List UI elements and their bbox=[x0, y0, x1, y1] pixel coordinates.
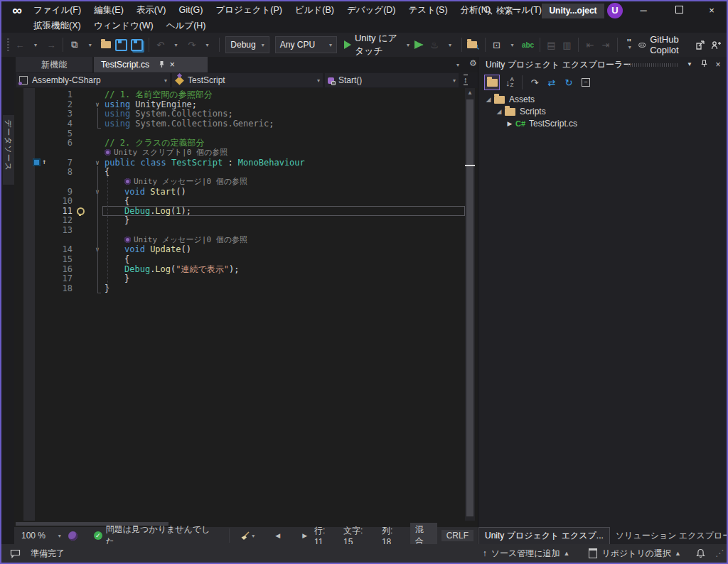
notifications-bell-icon[interactable] bbox=[696, 548, 705, 558]
navigate-back-caret-icon[interactable]: ▾ bbox=[29, 36, 42, 53]
menu-item[interactable]: 編集(E) bbox=[87, 1, 130, 18]
next-issue-icon[interactable]: ▶ bbox=[302, 532, 307, 539]
resize-grip[interactable]: ⋰ bbox=[715, 548, 724, 558]
start-without-debugging-icon[interactable] bbox=[412, 36, 425, 53]
tab-list-caret-icon[interactable]: ▾ bbox=[455, 59, 459, 69]
tab-testscript[interactable]: TestScript.cs × bbox=[94, 57, 208, 72]
attach-to-unity-button[interactable]: Unity にアタッチ ▾ bbox=[344, 36, 410, 53]
redo-caret-icon[interactable]: ▾ bbox=[201, 36, 214, 53]
hot-reload-caret-icon[interactable]: ▾ bbox=[444, 36, 456, 53]
uncomment-selection-icon[interactable]: ▥ bbox=[560, 36, 573, 53]
code-line[interactable]: 12} bbox=[14, 215, 478, 225]
expander-expanded-icon[interactable]: ◢ bbox=[484, 94, 493, 106]
code-line[interactable]: 3using System.Collections; bbox=[14, 109, 478, 119]
menu-item[interactable]: デバッグ(D) bbox=[341, 1, 402, 18]
select-repository-button[interactable]: リポジトリの選択 ▲ bbox=[589, 548, 681, 560]
navigate-forward-icon[interactable]: → bbox=[45, 36, 58, 53]
data-source-side-tab[interactable]: データソース bbox=[3, 115, 14, 185]
maximize-button[interactable] bbox=[665, 1, 692, 20]
codelens-text[interactable]: Unity メッセージ|0 個の参照 bbox=[124, 235, 247, 245]
code-area[interactable]: 1// 1. 名前空間の参照部分2∨using UnityEngine;3usi… bbox=[14, 88, 478, 521]
menu-item[interactable]: 拡張機能(X) bbox=[27, 17, 87, 34]
increase-indent-icon[interactable]: ⇥ bbox=[599, 36, 612, 53]
zoom-dropdown[interactable]: 100 % ▾ bbox=[21, 531, 61, 541]
panel-title-bar[interactable]: Unity プロジェクト エクスプローラー ▼ × bbox=[478, 57, 727, 72]
panel-menu-caret-icon[interactable]: ▼ bbox=[683, 57, 696, 72]
refresh-icon[interactable]: ↻ bbox=[562, 75, 576, 90]
code-cleanup-button[interactable]: ▾ bbox=[240, 531, 255, 541]
project-dropdown[interactable]: Assembly-CSharp ▾ bbox=[16, 73, 170, 87]
show-folders-icon[interactable] bbox=[484, 75, 500, 90]
hot-reload-icon[interactable]: ♨ bbox=[428, 36, 441, 53]
save-all-icon[interactable] bbox=[131, 36, 144, 53]
line-ending-indicator[interactable]: CRLF bbox=[441, 530, 473, 541]
open-folder-icon[interactable] bbox=[100, 36, 112, 53]
intellicode-icon[interactable] bbox=[68, 531, 77, 541]
code-line[interactable]: 15{ bbox=[14, 254, 478, 264]
sync-icon[interactable]: ⇄ bbox=[545, 75, 559, 90]
decrease-indent-icon[interactable]: ⇤ bbox=[584, 36, 596, 53]
solution-window-caret-icon[interactable]: ▾ bbox=[506, 36, 519, 53]
menu-item[interactable]: テスト(S) bbox=[402, 1, 454, 18]
tree-item-scripts[interactable]: ◢Scripts bbox=[478, 106, 727, 118]
tree-item-assets[interactable]: ◢Assets bbox=[478, 94, 727, 106]
add-to-source-control-button[interactable]: ↑ ソース管理に追加 ▲ bbox=[483, 548, 570, 560]
expander-collapsed-icon[interactable]: ▶ bbox=[505, 118, 514, 130]
menu-item[interactable]: ファイル(F) bbox=[27, 1, 87, 18]
platform-dropdown[interactable]: Any CPU▾ bbox=[275, 36, 337, 53]
code-line[interactable]: 11Debug.Log(1); bbox=[14, 206, 478, 216]
navigate-back-icon[interactable]: ← bbox=[14, 36, 26, 53]
pin-icon[interactable] bbox=[159, 60, 165, 68]
undo-icon[interactable]: ↶ bbox=[154, 36, 167, 53]
panel-tab-unity-project-explorer[interactable]: Unity プロジェクト エクスプ... bbox=[478, 527, 610, 544]
member-dropdown[interactable]: Start() ▾ bbox=[325, 73, 459, 87]
expander-expanded-icon[interactable]: ◢ bbox=[495, 106, 503, 118]
code-line[interactable]: 14∨void Update() bbox=[14, 244, 478, 254]
code-line[interactable]: 2∨using UnityEngine; bbox=[14, 99, 478, 109]
comment-selection-icon[interactable]: ▤ bbox=[545, 36, 557, 53]
column-indicator[interactable]: 列: 18 bbox=[382, 525, 405, 547]
menu-item[interactable]: プロジェクト(P) bbox=[210, 1, 289, 18]
code-line[interactable]: 5 bbox=[14, 129, 478, 139]
codelens-row[interactable]: Unity スクリプト|0 個の参照 bbox=[14, 148, 478, 158]
code-line[interactable]: 18} bbox=[14, 283, 478, 293]
codelens-row[interactable]: Unity メッセージ|0 個の参照 bbox=[14, 177, 478, 187]
menu-item[interactable]: Git(G) bbox=[172, 1, 209, 18]
sort-alphabetical-icon[interactable]: ↓AZ bbox=[503, 75, 517, 90]
feedback-bubble-icon[interactable] bbox=[10, 549, 21, 558]
search-box[interactable]: 検索 ▾ bbox=[483, 4, 539, 18]
tree-item-testscript-cs[interactable]: ▶C#TestScript.cs bbox=[478, 118, 727, 130]
code-line[interactable]: 9∨void Start() bbox=[14, 187, 478, 197]
close-tab-icon[interactable]: × bbox=[170, 60, 175, 70]
redo-arrow-icon[interactable]: ↷ bbox=[528, 75, 542, 90]
code-line[interactable]: 4using System.Collections.Generic; bbox=[14, 119, 478, 129]
code-line[interactable]: 1// 1. 名前空間の参照部分 bbox=[14, 90, 478, 99]
line-indicator[interactable]: 行: 11 bbox=[314, 525, 336, 547]
code-line[interactable]: 6// 2. クラスの定義部分 bbox=[14, 138, 478, 148]
menu-item[interactable]: ウィンドウ(W) bbox=[87, 17, 160, 34]
new-item-icon[interactable]: ⧉ bbox=[68, 36, 81, 53]
send-feedback-icon[interactable] bbox=[710, 36, 722, 53]
scrollbar-thumb[interactable] bbox=[466, 99, 473, 516]
tab-whats-new[interactable]: 新機能 bbox=[16, 57, 92, 72]
quick-actions-lightbulb-icon[interactable] bbox=[77, 207, 85, 215]
code-line[interactable]: 10{ bbox=[14, 196, 478, 206]
menu-item[interactable]: ビルド(B) bbox=[289, 1, 341, 18]
editor-options-gear-icon[interactable]: ⚙ bbox=[469, 58, 477, 68]
panel-pin-icon[interactable] bbox=[697, 57, 710, 72]
code-line[interactable]: 7∨public class TestScript : MonoBehaviou… bbox=[14, 158, 478, 168]
codelens-text[interactable]: Unity メッセージ|0 個の参照 bbox=[124, 177, 247, 187]
find-in-files-icon[interactable] bbox=[467, 36, 480, 53]
new-item-caret-icon[interactable]: ▾ bbox=[84, 36, 97, 53]
toolbar-grip[interactable] bbox=[7, 38, 9, 51]
vertical-scrollbar[interactable]: ▲ bbox=[465, 88, 475, 521]
code-line[interactable]: 16Debug.Log("連続で表示"); bbox=[14, 264, 478, 274]
minimize-button[interactable]: ─ bbox=[630, 1, 657, 20]
collapse-all-icon[interactable]: − bbox=[579, 75, 593, 90]
previous-issue-icon[interactable]: ◀ bbox=[275, 532, 280, 539]
char-indicator[interactable]: 文字: 15 bbox=[343, 525, 375, 547]
menu-item[interactable]: 表示(V) bbox=[130, 1, 173, 18]
menu-item[interactable]: ヘルプ(H) bbox=[160, 17, 213, 34]
panel-tab-solution-explorer[interactable]: ソリューション エクスプローラー bbox=[610, 527, 728, 544]
solution-window-icon[interactable]: ⊡ bbox=[491, 36, 503, 53]
